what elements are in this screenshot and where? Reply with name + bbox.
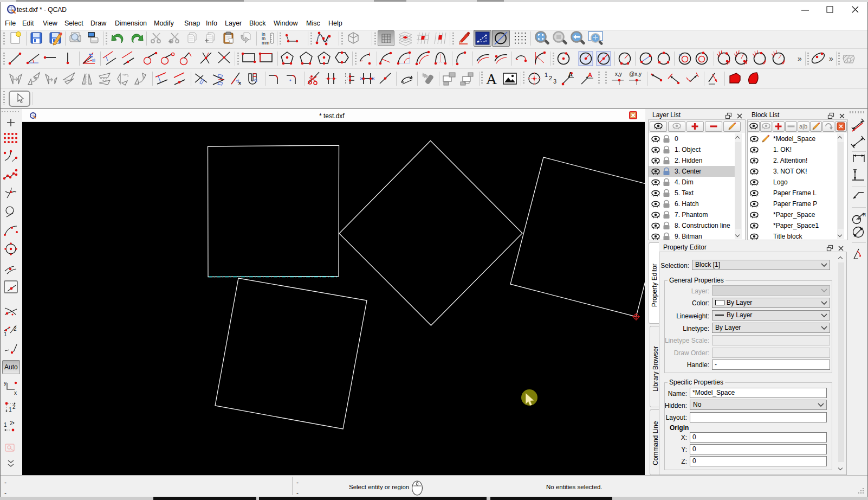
svg-text:1: 1	[545, 72, 548, 78]
svg-text:1: 1	[4, 422, 7, 428]
svg-text:1: 1	[4, 331, 7, 337]
svg-text:@x,y: @x,y	[629, 71, 642, 77]
svg-text:a|b: a|b	[799, 123, 807, 130]
svg-text:A: A	[486, 70, 497, 87]
svg-text:x: x	[238, 80, 241, 86]
svg-text:x: x	[14, 390, 17, 396]
svg-text:mm: mm	[262, 40, 269, 46]
svg-text:3: 3	[553, 78, 556, 85]
svg-text:2: 2	[14, 326, 17, 332]
svg-text:1: 1	[9, 407, 12, 413]
svg-text:A: A	[588, 72, 592, 78]
svg-text:2: 2	[549, 75, 552, 81]
svg-text:y: y	[4, 380, 7, 386]
svg-text:R: R	[863, 212, 866, 217]
svg-text:2: 2	[12, 404, 16, 410]
svg-text:x,y: x,y	[615, 71, 622, 77]
svg-text:A: A	[568, 71, 573, 78]
svg-text:2: 2	[10, 420, 13, 426]
